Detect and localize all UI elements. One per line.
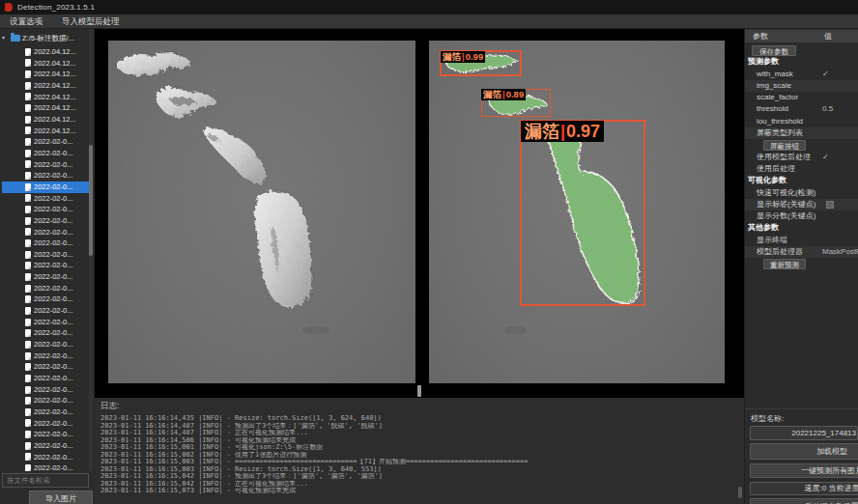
param-row[interactable]: img_scale — [745, 80, 858, 92]
file-tree-item[interactable]: 2022-02-0... — [2, 260, 89, 271]
param-checkbox[interactable] — [826, 201, 834, 209]
panel-splitter-handle[interactable] — [417, 385, 421, 397]
file-icon — [25, 228, 31, 236]
file-tree-item[interactable]: 2022.04.12... — [2, 46, 89, 58]
file-tree-item[interactable]: 2022-02-0... — [2, 373, 89, 384]
file-tree-item[interactable]: 2022-02-0... — [2, 395, 89, 406]
file-icon — [25, 408, 31, 416]
file-name: 2022-02-0... — [34, 373, 72, 384]
file-tree-item[interactable]: 2022-02-0... — [2, 406, 89, 418]
import-image-button[interactable]: 导入图片 — [29, 490, 93, 504]
param-row[interactable]: 显示终端 — [745, 235, 858, 246]
detection-score: 0.89 — [506, 89, 525, 99]
postprocess-params-button[interactable]: 后处理参数设置 — [750, 498, 858, 504]
tree-root-folder[interactable]: ▾ Z:/5-标注数据/... — [2, 29, 89, 44]
file-name: 2022-02-0... — [34, 440, 72, 452]
file-tree-item[interactable]: 2022-02-0... — [2, 429, 89, 440]
log-line: 2023-01-11 16:16:14,487 |INFO| - 预测出了3个结… — [100, 423, 738, 431]
param-row[interactable]: 模型后处理器 MaskPostPro — [745, 246, 858, 258]
file-tree-item[interactable]: 2022-02-0... — [2, 327, 89, 339]
file-icon — [25, 419, 31, 427]
log-line: 2023-01-11 16:16:14,435 |INFO| - Resize:… — [100, 415, 738, 423]
load-model-button[interactable]: 加载模型 — [750, 443, 858, 460]
file-name: 2022-02-0... — [34, 317, 72, 328]
file-tree-item[interactable]: 2022-02-0... — [2, 271, 89, 283]
param-label: img_scale — [757, 80, 791, 92]
file-tree-item[interactable]: 2022-02-0... — [2, 238, 89, 249]
param-row[interactable]: iou_threshold — [745, 116, 858, 127]
detection-score: 0.97 — [566, 122, 600, 141]
param-row[interactable]: 屏蔽类型列表 — [745, 127, 858, 139]
file-tree-item[interactable]: 2022-02-0... — [2, 204, 89, 215]
param-row[interactable]: threshold 0.5 — [745, 103, 858, 115]
file-name: 2022-02-0... — [34, 462, 72, 471]
file-tree-item[interactable]: 2022-02-0... — [2, 384, 89, 396]
file-name: 2022-02-0... — [34, 249, 72, 261]
param-row[interactable]: 重新预测 — [745, 258, 858, 269]
file-icon — [25, 251, 31, 259]
file-tree-item[interactable]: 2022-02-0... — [2, 283, 89, 294]
tree-scrollbar[interactable] — [89, 29, 93, 471]
file-tree-item[interactable]: 2022.04.12... — [2, 114, 89, 126]
param-row[interactable]: 显示分数(关键点) — [745, 210, 858, 222]
file-tree-item[interactable]: 2022-02-0... — [2, 350, 89, 362]
file-tree-item[interactable]: 2022-02-0... — [2, 418, 89, 430]
file-icon — [25, 183, 31, 191]
param-row[interactable]: 显示标签(关键点) — [745, 199, 858, 210]
folder-icon — [11, 35, 20, 42]
file-tree-item[interactable]: 2022-02-0... — [2, 182, 89, 193]
file-tree-item[interactable]: 2022.04.12... — [2, 58, 89, 70]
param-row[interactable]: 屏蔽按钮 — [745, 139, 858, 151]
log-line: 2023-01-11 16:16:14,487 |INFO| - 正在可视化预测… — [100, 430, 738, 437]
file-tree-item[interactable]: 2022-02-0... — [2, 452, 89, 463]
file-tree-item[interactable]: 2022-02-0... — [2, 148, 89, 159]
param-value: ✓ — [822, 152, 829, 163]
param-value: 0.5 — [822, 103, 833, 115]
log-scrollbar-thumb[interactable] — [738, 487, 742, 498]
file-tree-item[interactable]: 2022-02-0... — [2, 294, 89, 305]
param-header-name: 参数 — [753, 30, 768, 42]
param-row[interactable]: 使用模型后处理 ✓ — [745, 152, 858, 163]
search-input[interactable] — [2, 473, 89, 488]
param-row[interactable]: 保存参数 — [745, 44, 858, 56]
file-tree-item[interactable]: 2022.04.12... — [2, 92, 89, 103]
detection-label-2: 漏箔|0.89 — [481, 89, 526, 100]
file-tree-item[interactable]: 2022-02-0... — [2, 317, 89, 328]
param-row[interactable]: 快速可视化(检测) — [745, 187, 858, 199]
param-row[interactable]: scale_factor — [745, 92, 858, 103]
log-scrollbar[interactable] — [738, 402, 742, 500]
param-row[interactable]: 其他参数 — [745, 222, 858, 234]
param-row[interactable]: with_mask ✓ — [745, 69, 858, 80]
file-tree-item[interactable]: 2022-02-0... — [2, 249, 89, 261]
tree-scrollbar-thumb[interactable] — [89, 145, 93, 256]
model-name-field[interactable]: 20221225_174813 — [750, 426, 858, 440]
param-row[interactable]: 预测参数 — [745, 56, 858, 68]
menu-settings[interactable]: 设置选项 — [0, 14, 52, 29]
file-tree-item[interactable]: 2022-02-0... — [2, 170, 89, 182]
file-icon — [25, 363, 31, 371]
file-tree-item[interactable]: 2022-02-0... — [2, 339, 89, 350]
param-row[interactable]: 可视化参数 — [745, 175, 858, 186]
file-tree-item[interactable]: 2022-02-0... — [2, 193, 89, 205]
file-tree-item[interactable]: 2022-02-0... — [2, 361, 89, 373]
file-tree-item[interactable]: 2022-02-0... — [2, 215, 89, 227]
detection-label-1: 漏箔|0.99 — [441, 51, 485, 63]
file-tree-item[interactable]: 2022-02-0... — [2, 159, 89, 171]
file-tree-item[interactable]: 2022-02-0... — [2, 462, 89, 471]
file-tree-item[interactable]: 2022.04.12... — [2, 80, 89, 92]
file-name: 2022.04.12... — [34, 69, 76, 80]
menu-import-postprocess[interactable]: 导入模型后处理 — [52, 14, 129, 29]
file-tree-item[interactable]: 2022.04.12... — [2, 69, 89, 80]
file-name: 2022-02-0... — [34, 361, 72, 373]
file-tree-item[interactable]: 2022-02-0... — [2, 305, 89, 317]
expand-arrow-icon[interactable]: ▾ — [2, 32, 9, 44]
file-tree-item[interactable]: 2022.04.12... — [2, 126, 89, 137]
file-tree-item[interactable]: 2022-02-0... — [2, 136, 89, 148]
file-tree-item[interactable]: 2022.04.12... — [2, 102, 89, 114]
param-row[interactable]: 使用后处理 — [745, 163, 858, 175]
file-tree-item[interactable]: 2022-02-0... — [2, 440, 89, 452]
log-title: 日志: — [100, 401, 738, 412]
log-lines: 2023-01-11 16:16:14,435 |INFO| - Resize:… — [100, 415, 738, 495]
predict-all-button[interactable]: 一键预测所有图片 — [750, 463, 858, 478]
file-tree-item[interactable]: 2022-02-0... — [2, 227, 89, 238]
